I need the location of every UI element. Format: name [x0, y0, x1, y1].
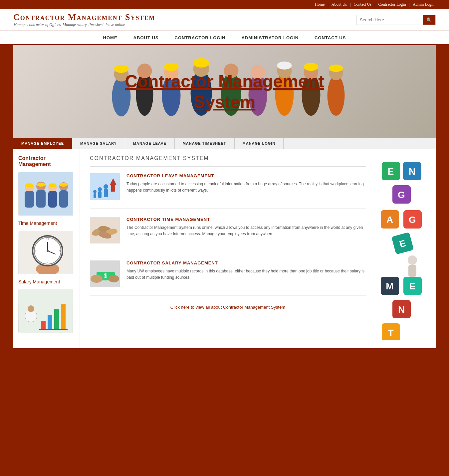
svg-point-57 [93, 190, 97, 193]
svg-rect-60 [98, 191, 102, 198]
svg-rect-32 [49, 184, 56, 187]
svg-point-17 [277, 62, 292, 70]
topbar-home-link[interactable]: Home [315, 2, 325, 7]
sidebar-contractors-image [18, 172, 73, 216]
topbar-admin-login-link[interactable]: Admin Login [413, 2, 434, 7]
time-title: CONTRACTOR TIME MANAGEMENT [126, 217, 366, 222]
svg-text:$: $ [104, 272, 107, 279]
svg-text:E: E [409, 281, 416, 291]
hero-banner: Contractor Management System [13, 45, 436, 138]
svg-point-74 [109, 275, 119, 282]
svg-rect-58 [94, 193, 96, 198]
nav-about[interactable]: ABOUT US [125, 31, 167, 44]
leave-description: Today people are accustomed to accessing… [126, 181, 366, 194]
svg-rect-36 [59, 190, 68, 208]
time-image [90, 217, 120, 243]
svg-point-73 [91, 275, 103, 283]
svg-text:M: M [386, 281, 393, 291]
svg-point-59 [98, 187, 102, 191]
nav-admin-login[interactable]: ADMINISTRATOR LOGIN [233, 31, 307, 44]
time-text: CONTRACTOR TIME MANAGEMENT The Contracto… [126, 217, 366, 243]
svg-rect-30 [36, 190, 46, 208]
separator-1: | [328, 2, 328, 7]
topbar-contractor-login-link[interactable]: Contractor Login [378, 2, 406, 7]
sidebar: Contractor Management Time Managemen [13, 149, 80, 348]
svg-text:3: 3 [59, 249, 61, 253]
svg-text:9: 9 [35, 249, 36, 253]
sub-nav-employee[interactable]: MANAGE EMPLOYEE [13, 138, 72, 149]
view-all-link[interactable]: Click here to view all about Contractor … [170, 305, 285, 310]
svg-point-23 [329, 65, 343, 72]
separator-2: | [350, 2, 350, 7]
svg-point-47 [47, 250, 49, 252]
sub-nav-salary[interactable]: MANAGE SALARY [72, 138, 125, 149]
svg-rect-62 [104, 189, 108, 197]
svg-rect-54 [61, 304, 66, 329]
svg-point-87 [408, 255, 417, 265]
svg-point-21 [328, 75, 345, 116]
salary-description: Many UW employees have multiple records … [126, 268, 366, 281]
hero-text: Contractor Management System [125, 71, 324, 112]
sub-nav-leave[interactable]: MANAGE LEAVE [125, 138, 175, 149]
svg-text:T: T [388, 328, 393, 338]
leave-management-block: CONTRACTOR LEAVE MANAGEMENT Today people… [90, 173, 366, 209]
time-management-block: CONTRACTOR TIME MANAGEMENT The Contracto… [90, 217, 366, 252]
svg-text:A: A [386, 215, 393, 225]
sidebar-salary-label: Salary Management [18, 279, 75, 284]
svg-rect-33 [48, 191, 57, 208]
logo: Contractor Management System Manage cont… [13, 12, 155, 27]
leave-text: CONTRACTOR LEAVE MANAGEMENT Today people… [126, 173, 366, 200]
nav-home[interactable]: HOME [95, 31, 125, 44]
sidebar-time-image: 12 3 6 9 [18, 231, 73, 274]
svg-point-50 [28, 305, 34, 312]
top-bar: Home | About Us | Contact Us | Contracto… [0, 0, 449, 9]
svg-rect-52 [48, 315, 52, 329]
separator-3: | [374, 2, 375, 7]
svg-point-7 [164, 63, 179, 71]
salary-title: CONTRACTOR SALARY MANAGEMENT [126, 260, 366, 265]
svg-text:12: 12 [46, 238, 49, 241]
main-content: CONTRACTOR MANAGEMENT SYSTEM [80, 149, 376, 348]
nav-contractor-login[interactable]: CONTRACTOR LOGIN [167, 31, 234, 44]
svg-point-20 [304, 63, 319, 71]
separator-4: | [409, 2, 410, 7]
salary-management-block: $ CONTRACTOR SALARY MANAGEMENT Many UW e… [90, 260, 366, 296]
site-title: Contractor Management System [13, 12, 155, 22]
content-divider [90, 166, 366, 167]
svg-text:6: 6 [47, 261, 48, 265]
time-description: The Contractor Management System runs on… [126, 225, 366, 237]
search-button[interactable]: 🔍 [423, 15, 435, 25]
topbar-contact-link[interactable]: Contact Us [354, 2, 372, 7]
sidebar-time-label: Time Management [18, 221, 75, 226]
svg-rect-88 [408, 265, 416, 277]
svg-rect-27 [25, 191, 34, 208]
svg-point-61 [104, 184, 108, 189]
sidebar-title: Contractor Management [18, 155, 75, 167]
view-all-section: Click here to view all about Contractor … [90, 304, 366, 310]
svg-text:E: E [388, 166, 394, 177]
svg-point-10 [193, 58, 209, 68]
svg-rect-26 [25, 184, 33, 188]
right-sidebar: E N G A G E [376, 149, 436, 348]
nav-contact[interactable]: CONTACT US [307, 31, 354, 44]
leave-title: CONTRACTOR LEAVE MANAGEMENT [126, 173, 366, 178]
svg-text:N: N [409, 166, 415, 177]
svg-text:G: G [409, 215, 416, 225]
svg-rect-29 [37, 183, 45, 187]
svg-text:N: N [398, 304, 405, 315]
sidebar-salary-image [18, 289, 73, 333]
engagement-image: E N G A G E [379, 157, 432, 340]
topbar-about-link[interactable]: About Us [332, 2, 347, 7]
site-subtitle: Manage contractor of Offices. Manage sal… [13, 22, 155, 27]
sub-nav-timesheet[interactable]: MANAGE TIMESHEET [175, 138, 235, 149]
sub-nav: MANAGE EMPLOYEE MANAGE SALARY MANAGE LEA… [13, 138, 436, 149]
search-input[interactable] [356, 15, 423, 24]
svg-rect-35 [60, 183, 67, 187]
content-heading: CONTRACTOR MANAGEMENT SYSTEM [90, 155, 366, 161]
main-nav: HOME ABOUT US CONTRACTOR LOGIN ADMINISTR… [0, 31, 449, 45]
svg-rect-64 [111, 185, 115, 192]
sub-nav-login[interactable]: MANAGE LOGIN [235, 138, 284, 149]
content-wrapper: Contractor Management Time Managemen [13, 149, 436, 348]
search-bar: 🔍 [356, 15, 436, 25]
svg-rect-51 [41, 321, 46, 329]
